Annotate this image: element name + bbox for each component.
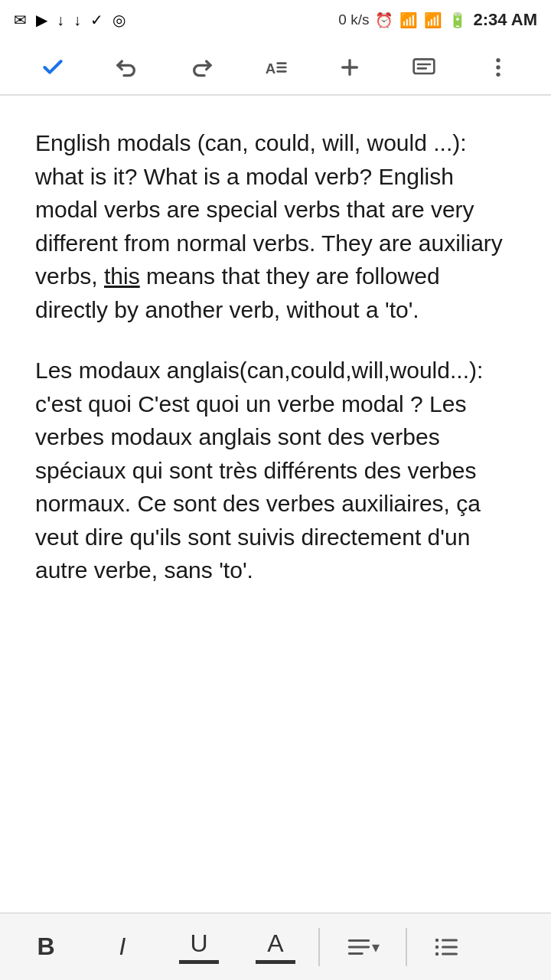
battery-icon: 🔋 [448, 11, 467, 29]
svg-point-9 [497, 58, 500, 62]
instagram-icon: ◎ [112, 11, 126, 29]
check-mark-icon: ✓ [90, 11, 103, 29]
font-color-letter: A [267, 929, 283, 958]
insert-button[interactable] [330, 47, 370, 87]
underline-button[interactable]: U [161, 922, 237, 972]
font-color-button[interactable]: A [237, 922, 314, 972]
svg-rect-6 [414, 59, 435, 74]
signal-icon: 📶 [424, 11, 442, 29]
status-bar: ✉ ▶ ↓ ↓ ✓ ◎ 0 k/s ⏰ 📶 📶 🔋 2:34 AM [0, 0, 551, 40]
paragraph-2: Les modaux anglais(can,could,will,would.… [35, 354, 516, 587]
align-button[interactable]: ▾ [324, 922, 401, 972]
italic-button[interactable]: I [84, 922, 161, 972]
svg-text:A: A [266, 60, 276, 77]
download2-icon: ↓ [73, 11, 81, 29]
paragraph-1: English modals (can, could, will, would … [35, 126, 516, 326]
svg-point-19 [435, 945, 439, 949]
youtube-icon: ▶ [36, 11, 47, 29]
svg-point-10 [497, 65, 500, 69]
underline-letter: U [190, 929, 207, 958]
svg-point-11 [497, 72, 500, 76]
redo-button[interactable] [181, 47, 221, 87]
underline-bar [179, 960, 219, 964]
format-bar: B I U A ▾ [0, 913, 551, 980]
list-button[interactable] [412, 922, 481, 972]
font-color-bar [256, 960, 295, 964]
wifi-icon: 📶 [399, 11, 418, 29]
format-divider-2 [406, 928, 407, 966]
network-speed: 0 k/s [338, 11, 369, 28]
status-right-icons: 0 k/s ⏰ 📶 📶 🔋 2:34 AM [338, 10, 537, 30]
text-format-button[interactable]: A [256, 47, 295, 87]
editor-toolbar: A [0, 40, 551, 95]
underlined-word: this [104, 263, 140, 289]
paragraph-1-text: English modals (can, could, will, would … [35, 130, 503, 322]
document-area[interactable]: English modals (can, could, will, would … [0, 96, 551, 913]
svg-point-18 [435, 938, 439, 942]
paragraph-2-text: Les modaux anglais(can,could,will,would.… [35, 358, 483, 583]
comment-button[interactable] [404, 47, 444, 87]
time-display: 2:34 AM [473, 10, 537, 30]
format-group-text: B I U A [8, 922, 314, 972]
more-options-button[interactable] [478, 47, 518, 87]
gmail-icon: ✉ [14, 11, 27, 29]
undo-button[interactable] [107, 47, 147, 87]
svg-point-20 [435, 952, 439, 956]
align-dropdown-arrow: ▾ [372, 938, 380, 956]
format-divider [318, 928, 320, 966]
bold-button[interactable]: B [8, 922, 84, 972]
download1-icon: ↓ [57, 11, 64, 29]
status-icons: ✉ ▶ ↓ ↓ ✓ ◎ [14, 11, 126, 29]
clock-icon: ⏰ [375, 11, 393, 29]
confirm-button[interactable] [33, 47, 73, 87]
